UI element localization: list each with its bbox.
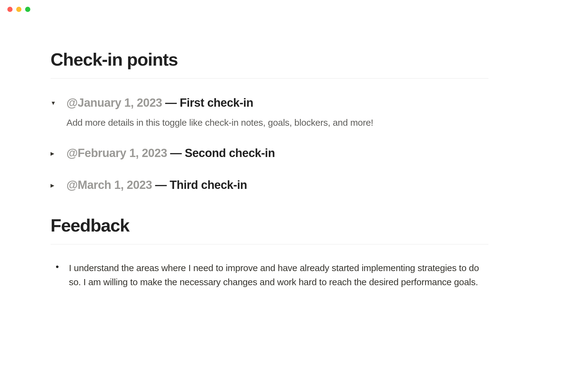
toggle-title[interactable]: Third check-in (170, 178, 247, 191)
page-content: Check-in points @January 1, 2023 — First… (0, 0, 539, 289)
toggle-title[interactable]: Second check-in (185, 147, 275, 159)
date-mention[interactable]: @March 1, 2023 (66, 178, 152, 191)
toggle-block-second-checkin: @February 1, 2023 — Second check-in (51, 145, 488, 161)
window-maximize-button[interactable] (25, 7, 30, 12)
toggle-title[interactable]: First check-in (180, 96, 253, 109)
toggle-body-text[interactable]: Add more details in this toggle like che… (66, 116, 488, 129)
checkin-heading[interactable]: Check-in points (51, 49, 488, 70)
toggle-arrow-icon[interactable] (51, 177, 59, 189)
toggle-block-first-checkin: @January 1, 2023 — First check-in Add mo… (51, 95, 488, 129)
bullet-text[interactable]: I understand the areas where I need to i… (64, 261, 488, 289)
toggle-content[interactable]: @February 1, 2023 — Second check-in (59, 145, 488, 161)
window-controls (7, 7, 30, 12)
bullet-icon: • (51, 261, 64, 272)
toggle-arrow-icon[interactable] (51, 95, 59, 106)
feedback-section: Feedback • I understand the areas where … (51, 215, 488, 289)
toggle-heading[interactable]: @March 1, 2023 — Third check-in (66, 177, 488, 193)
toggle-content[interactable]: @March 1, 2023 — Third check-in (59, 177, 488, 193)
toggle-heading[interactable]: @February 1, 2023 — Second check-in (66, 145, 488, 161)
date-mention[interactable]: @February 1, 2023 (66, 147, 167, 159)
list-item[interactable]: • I understand the areas where I need to… (51, 261, 488, 289)
window-minimize-button[interactable] (16, 7, 21, 12)
divider (51, 244, 488, 244)
toggle-block-third-checkin: @March 1, 2023 — Third check-in (51, 177, 488, 193)
date-mention[interactable]: @January 1, 2023 (66, 96, 162, 109)
toggle-separator: — (167, 147, 185, 159)
toggle-content[interactable]: @January 1, 2023 — First check-in Add mo… (59, 95, 488, 129)
toggle-separator: — (162, 96, 180, 109)
divider (51, 78, 488, 79)
toggle-heading[interactable]: @January 1, 2023 — First check-in (66, 95, 488, 111)
feedback-heading[interactable]: Feedback (51, 215, 488, 236)
toggle-arrow-icon[interactable] (51, 145, 59, 157)
toggle-separator: — (152, 178, 170, 191)
window-close-button[interactable] (7, 7, 13, 12)
